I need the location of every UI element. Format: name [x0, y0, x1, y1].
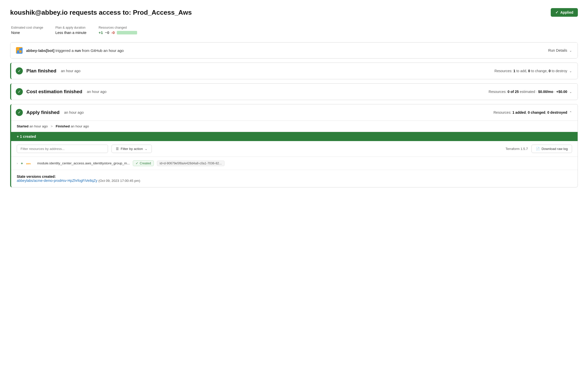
resources-unchanged: ~0: [105, 30, 109, 35]
state-link[interactable]: abbeylabs/acme-demo-prod#sv-HpZhrfogFiVe…: [17, 179, 97, 183]
terraform-label: Terraform 1.5.7: [506, 147, 528, 151]
state-date: (Oct 09, 2023 17:00:45 pm): [98, 179, 140, 183]
duration-label: Plan & apply duration: [55, 26, 86, 29]
resources-stat: Resources changed +1 ~0 -0: [99, 26, 137, 35]
cost-label: Estimated cost change: [11, 26, 43, 29]
created-badge: ✓ Created: [133, 160, 154, 166]
resource-plus-icon: +: [21, 161, 23, 165]
svg-rect-2: [17, 50, 19, 53]
cost-chevron[interactable]: ⌄: [569, 90, 572, 94]
apply-right: Resources: 1 added, 0 changed, 0 destroy…: [493, 110, 572, 114]
started-label: Started: [17, 124, 29, 128]
finished-time: an hour ago: [71, 124, 89, 128]
cost-resources-summary: Resources: 0 of 25 estimated · $0.00/mo …: [489, 90, 567, 94]
page-header: koushik@abbey.io requests access to: Pro…: [10, 8, 578, 17]
timeline-arrow: >: [51, 124, 54, 128]
created-check: ✓: [136, 161, 138, 165]
plan-chevron[interactable]: ⌄: [569, 69, 572, 73]
svg-rect-3: [19, 50, 22, 53]
resources-label: Resources changed: [99, 26, 137, 29]
bot-trigger-left: abbey-labs[bot] triggered a run from Git…: [16, 47, 124, 54]
trigger-text: abbey-labs[bot] triggered a run from Git…: [26, 48, 124, 53]
filter-address-input[interactable]: [17, 145, 108, 153]
created-bar: + 1 created: [11, 132, 578, 141]
cost-time: an hour ago: [87, 90, 106, 94]
plan-finished-card-header: ✓ Plan finished an hour ago Resources: 1…: [11, 63, 578, 79]
run-details-label[interactable]: Run Details: [548, 48, 567, 52]
finished-label: Finished: [56, 124, 70, 128]
svg-rect-1: [19, 48, 22, 50]
svg-text:aws: aws: [26, 162, 31, 165]
apply-left: ✓ Apply finished an hour ago: [16, 109, 84, 116]
bot-trigger-card-header: abbey-labs[bot] triggered a run from Git…: [10, 43, 578, 58]
plan-left: ✓ Plan finished an hour ago: [16, 67, 81, 74]
filter-action-button[interactable]: ☰ Filter by action ⌄: [112, 145, 152, 153]
cost-stat: Estimated cost change None: [11, 26, 43, 35]
download-raw-log-button[interactable]: 📄 Download raw log: [531, 145, 572, 153]
cost-left: ✓ Cost estimation finished an hour ago: [16, 88, 106, 95]
cost-value: None: [11, 31, 20, 35]
resource-expand-arrow[interactable]: ›: [17, 162, 18, 165]
aws-icon: aws: [26, 161, 34, 166]
resource-row: › + aws module.identity_center_access.aw…: [11, 157, 578, 170]
duration-stat: Plan & apply duration Less than a minute: [55, 26, 86, 35]
bot-trigger-right[interactable]: Run Details ⌄: [548, 48, 572, 52]
resources-bar: [117, 31, 137, 34]
download-label: Download raw log: [542, 147, 568, 151]
apply-card-body: Started an hour ago > Finished an hour a…: [11, 121, 578, 187]
cost-right: Resources: 0 of 25 estimated · $0.00/mo …: [489, 90, 572, 94]
resource-name: module.identity_center_access.aws_identi…: [37, 161, 130, 165]
resources-destroy: -0: [111, 30, 115, 35]
plan-time: an hour ago: [61, 69, 80, 73]
resources-add: +1: [99, 30, 103, 35]
created-label: Created: [140, 162, 151, 165]
cost-estimation-card: ✓ Cost estimation finished an hour ago R…: [10, 83, 578, 100]
started-time: an hour ago: [29, 124, 48, 128]
plan-check-circle: ✓: [16, 67, 23, 74]
apply-resources-summary: Resources: 1 added, 0 changed, 0 destroy…: [493, 110, 567, 114]
state-versions: State versions created: abbeylabs/acme-d…: [11, 170, 578, 187]
cost-estimation-card-header: ✓ Cost estimation finished an hour ago R…: [11, 84, 578, 100]
cost-check-circle: ✓: [16, 88, 23, 95]
page-title: koushik@abbey.io requests access to: Pro…: [10, 9, 192, 16]
plan-finished-card: ✓ Plan finished an hour ago Resources: 1…: [10, 63, 578, 79]
bot-icon: [16, 47, 23, 54]
apply-chevron[interactable]: ⌃: [569, 111, 572, 114]
filter-action-label: Filter by action: [121, 147, 143, 151]
cost-title: Cost estimation finished: [26, 89, 82, 94]
svg-rect-0: [17, 48, 19, 50]
trigger-prefix: triggered a: [56, 48, 74, 53]
apply-card-header: ✓ Apply finished an hour ago Resources: …: [11, 104, 578, 121]
apply-time: an hour ago: [64, 110, 84, 114]
apply-finished-card: ✓ Apply finished an hour ago Resources: …: [10, 104, 578, 187]
applied-label: Applied: [560, 10, 573, 14]
applied-badge: ✓ Applied: [551, 8, 578, 17]
apply-timeline: Started an hour ago > Finished an hour a…: [11, 121, 578, 132]
bot-name: abbey-labs[bot]: [26, 48, 54, 53]
resource-id: id=d-90679e5f8a/e428d4a8-c0a1-7036-82...: [157, 161, 225, 166]
plan-right: Resources: 1 to add, 0 to change, 0 to d…: [494, 69, 572, 73]
from-text: from GitHub an hour ago: [82, 48, 124, 53]
download-icon: 📄: [536, 147, 540, 151]
duration-value: Less than a minute: [55, 31, 86, 35]
filter-icon: ☰: [116, 147, 119, 151]
filter-action-chevron: ⌄: [145, 147, 148, 151]
apply-check-circle: ✓: [16, 109, 23, 116]
run-bold: run: [75, 48, 81, 53]
check-icon: ✓: [555, 10, 559, 15]
run-details-chevron: ⌄: [569, 49, 572, 52]
plan-title: Plan finished: [26, 68, 56, 74]
resources-changed: +1 ~0 -0: [99, 30, 137, 35]
apply-title: Apply finished: [26, 110, 60, 115]
filter-row: ☰ Filter by action ⌄ Terraform 1.5.7 📄 D…: [11, 141, 578, 157]
stats-row: Estimated cost change None Plan & apply …: [10, 26, 578, 35]
bot-trigger-card: abbey-labs[bot] triggered a run from Git…: [10, 42, 578, 59]
state-versions-label: State versions created:: [17, 175, 56, 179]
plan-resources-summary: Resources: 1 to add, 0 to change, 0 to d…: [494, 69, 567, 73]
created-bar-label: + 1 created: [17, 134, 36, 139]
